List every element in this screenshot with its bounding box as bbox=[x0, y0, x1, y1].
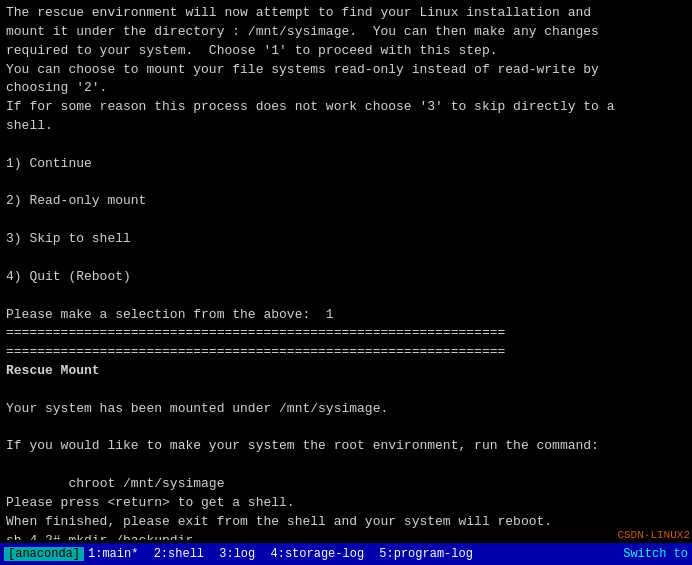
chroot-cmd: chroot /mnt/sysimage bbox=[6, 475, 686, 494]
line-blank-2 bbox=[6, 419, 686, 438]
line-5: choosing '2'. bbox=[6, 79, 686, 98]
chroot-prompt-line: If you would like to make your system th… bbox=[6, 437, 686, 456]
separator-1: ========================================… bbox=[6, 324, 686, 343]
line-16 bbox=[6, 287, 686, 306]
line-13: 3) Skip to shell bbox=[6, 230, 686, 249]
tab-storage-log[interactable]: 4:storage-log bbox=[266, 547, 368, 561]
exit-line: When finished, please exit from the shel… bbox=[6, 513, 686, 532]
line-4: You can choose to mount your file system… bbox=[6, 61, 686, 80]
line-12 bbox=[6, 211, 686, 230]
line-7: shell. bbox=[6, 117, 686, 136]
separator-2: ========================================… bbox=[6, 343, 686, 362]
watermark: CSDN·LINUX2 bbox=[617, 529, 690, 541]
line-9: 1) Continue bbox=[6, 155, 686, 174]
tab-program-log[interactable]: 5:program-log bbox=[375, 547, 477, 561]
line-6: If for some reason this process does not… bbox=[6, 98, 686, 117]
line-10 bbox=[6, 174, 686, 193]
line-11: 2) Read-only mount bbox=[6, 192, 686, 211]
mounted-line: Your system has been mounted under /mnt/… bbox=[6, 400, 686, 419]
line-14 bbox=[6, 249, 686, 268]
terminal-screen: The rescue environment will now attempt … bbox=[0, 0, 692, 540]
return-line: Please press <return> to get a shell. bbox=[6, 494, 686, 513]
statusbar: [anaconda] 1:main* 2:shell 3:log 4:stora… bbox=[0, 543, 692, 565]
tab-anaconda[interactable]: [anaconda] bbox=[4, 547, 84, 561]
line-17: Please make a selection from the above: … bbox=[6, 306, 686, 325]
tab-log[interactable]: 3:log bbox=[215, 547, 259, 561]
line-blank-1 bbox=[6, 381, 686, 400]
switch-to-label: Switch to bbox=[615, 547, 688, 561]
line-15: 4) Quit (Reboot) bbox=[6, 268, 686, 287]
statusbar-tabs: [anaconda] 1:main* 2:shell 3:log 4:stora… bbox=[4, 547, 615, 561]
rescue-mount-header: Rescue Mount bbox=[6, 362, 686, 381]
cmd-mkdir: sh-4.2# mkdir /backupdir bbox=[6, 532, 686, 540]
tab-main[interactable]: 1:main* bbox=[84, 547, 142, 561]
line-2: mount it under the directory : /mnt/sysi… bbox=[6, 23, 686, 42]
line-3: required to your system. Choose '1' to p… bbox=[6, 42, 686, 61]
tab-shell[interactable]: 2:shell bbox=[150, 547, 208, 561]
line-1: The rescue environment will now attempt … bbox=[6, 4, 686, 23]
line-8 bbox=[6, 136, 686, 155]
line-blank-3 bbox=[6, 456, 686, 475]
